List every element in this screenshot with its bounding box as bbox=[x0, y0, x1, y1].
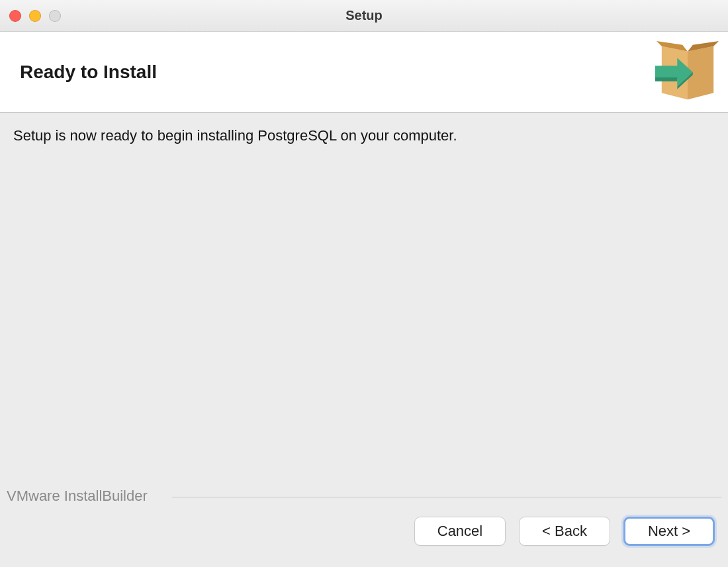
wizard-buttons: Cancel < Back Next > bbox=[414, 517, 715, 546]
next-button[interactable]: Next > bbox=[623, 517, 715, 546]
back-button[interactable]: < Back bbox=[519, 517, 610, 546]
wizard-content: Setup is now ready to begin installing P… bbox=[0, 113, 728, 159]
titlebar: Setup bbox=[0, 0, 728, 32]
page-title: Ready to Install bbox=[20, 62, 157, 83]
installer-brand: VMware InstallBuilder bbox=[7, 488, 148, 505]
ready-message: Setup is now ready to begin installing P… bbox=[13, 127, 715, 144]
install-box-icon bbox=[655, 40, 720, 105]
minimize-icon[interactable] bbox=[29, 10, 41, 22]
wizard-header: Ready to Install bbox=[0, 32, 728, 113]
close-icon[interactable] bbox=[9, 10, 21, 22]
cancel-button[interactable]: Cancel bbox=[414, 517, 506, 546]
window-controls bbox=[9, 10, 61, 22]
window-title: Setup bbox=[0, 8, 728, 23]
divider bbox=[172, 497, 721, 497]
maximize-icon bbox=[49, 10, 61, 22]
